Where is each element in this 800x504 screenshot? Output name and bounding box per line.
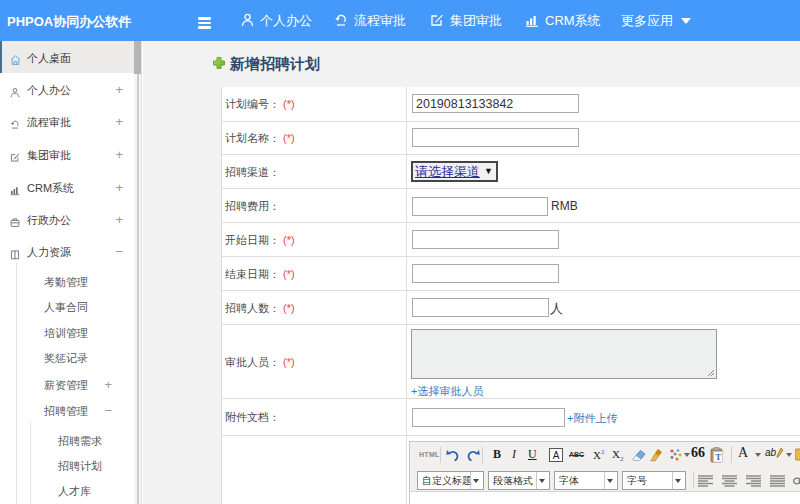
svg-text:T: T	[715, 452, 721, 462]
